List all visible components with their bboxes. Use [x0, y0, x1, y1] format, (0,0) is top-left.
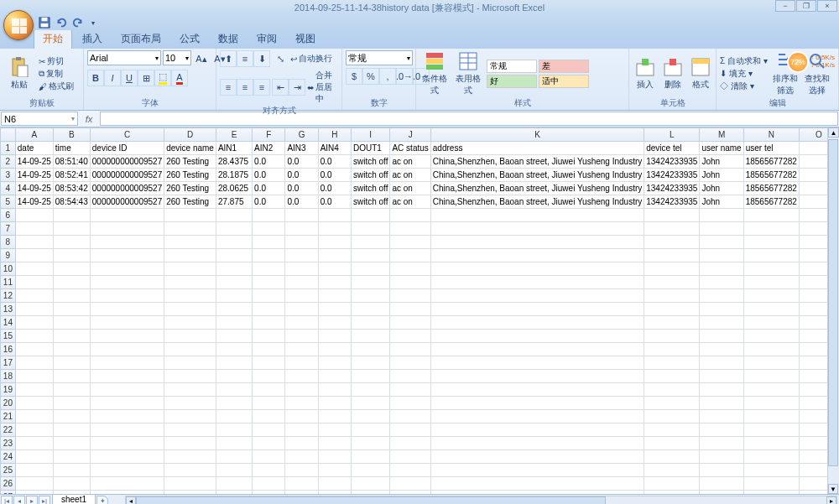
cell[interactable] — [253, 464, 285, 477]
cell[interactable]: 28.1875 — [216, 169, 252, 182]
row-header-6[interactable]: 6 — [1, 209, 16, 222]
qat-customize-dropdown[interactable]: ▾ — [89, 14, 97, 31]
align-bottom-button[interactable]: ⬇ — [253, 50, 270, 67]
cell[interactable] — [285, 477, 318, 491]
sheet-nav-first[interactable]: |◂ — [1, 496, 13, 505]
cell[interactable]: John — [700, 155, 743, 169]
cell[interactable]: DOUT1 — [351, 142, 390, 155]
font-size-combo[interactable]: 10▾ — [163, 50, 191, 65]
cell[interactable] — [351, 276, 390, 289]
col-header-J[interactable]: J — [390, 128, 430, 142]
cell[interactable]: 18565677282 — [743, 155, 799, 169]
cell[interactable]: 13424233935 — [644, 155, 700, 169]
cell[interactable] — [351, 491, 390, 495]
cell[interactable] — [743, 343, 799, 356]
cell[interactable] — [390, 276, 430, 289]
cell[interactable] — [90, 249, 164, 262]
cell[interactable]: 14-09-25 — [15, 195, 53, 209]
cell[interactable] — [644, 356, 700, 370]
col-header-H[interactable]: H — [318, 128, 351, 142]
cell[interactable] — [644, 209, 700, 222]
cell[interactable] — [743, 410, 799, 423]
insert-cells-button[interactable]: 插入 — [633, 51, 657, 96]
row-header-3[interactable]: 3 — [1, 169, 16, 182]
cell[interactable] — [743, 276, 799, 289]
cell[interactable]: address — [430, 142, 644, 155]
cell[interactable] — [216, 437, 252, 450]
cell[interactable] — [351, 356, 390, 370]
cell[interactable] — [216, 356, 252, 370]
cell[interactable] — [216, 370, 252, 383]
cell[interactable] — [700, 464, 743, 477]
cell[interactable] — [216, 343, 252, 356]
cell[interactable] — [53, 464, 90, 477]
cell[interactable] — [644, 276, 700, 289]
cell[interactable] — [743, 370, 799, 383]
fill-button[interactable]: ⬇ 填充 ▾ — [720, 68, 768, 80]
cell[interactable] — [90, 423, 164, 437]
cell[interactable] — [216, 316, 252, 330]
cell[interactable] — [430, 343, 644, 356]
row-header-11[interactable]: 11 — [1, 276, 16, 289]
cell[interactable]: ac on — [390, 182, 430, 195]
cell[interactable] — [253, 383, 285, 397]
cell[interactable] — [53, 477, 90, 491]
cell-style-example-0[interactable]: 常规 — [487, 60, 537, 73]
cell[interactable] — [15, 477, 53, 491]
col-header-K[interactable]: K — [430, 128, 644, 142]
cell[interactable] — [216, 289, 252, 303]
cell[interactable] — [15, 249, 53, 262]
cell[interactable] — [53, 303, 90, 316]
cell[interactable] — [743, 477, 799, 491]
cell[interactable] — [90, 343, 164, 356]
cell[interactable] — [253, 356, 285, 370]
cell[interactable] — [285, 464, 318, 477]
cell[interactable]: 000000000009527 — [90, 155, 164, 169]
ribbon-tab-1[interactable]: 插入 — [74, 29, 111, 49]
cell[interactable] — [644, 491, 700, 495]
cell[interactable] — [53, 423, 90, 437]
cell[interactable] — [700, 491, 743, 495]
row-header-14[interactable]: 14 — [1, 316, 16, 330]
cell[interactable] — [285, 316, 318, 330]
cell[interactable] — [318, 276, 351, 289]
cell[interactable]: John — [700, 182, 743, 195]
cell[interactable] — [253, 236, 285, 249]
row-header-8[interactable]: 8 — [1, 236, 16, 249]
cell[interactable] — [253, 423, 285, 437]
cell[interactable] — [164, 276, 216, 289]
cell[interactable] — [743, 236, 799, 249]
cell[interactable] — [253, 209, 285, 222]
cell[interactable] — [164, 356, 216, 370]
cell[interactable] — [318, 303, 351, 316]
cell[interactable] — [430, 289, 644, 303]
cell[interactable] — [53, 236, 90, 249]
cell[interactable] — [351, 370, 390, 383]
accounting-format-button[interactable]: $ — [346, 68, 362, 85]
cell[interactable]: ac on — [390, 155, 430, 169]
col-header-A[interactable]: A — [15, 128, 53, 142]
cell[interactable] — [390, 437, 430, 450]
cell[interactable] — [285, 450, 318, 464]
cell[interactable] — [390, 477, 430, 491]
cell[interactable] — [390, 209, 430, 222]
cell[interactable]: 28.0625 — [216, 182, 252, 195]
cell[interactable] — [644, 316, 700, 330]
cell[interactable] — [318, 423, 351, 437]
wrap-text-button[interactable]: ↩自动换行 — [290, 53, 332, 65]
cell[interactable] — [216, 450, 252, 464]
cell[interactable] — [743, 423, 799, 437]
cell[interactable] — [318, 356, 351, 370]
format-painter-button[interactable]: 🖌格式刷 — [39, 81, 74, 92]
cell[interactable] — [430, 222, 644, 236]
cell[interactable] — [644, 383, 700, 397]
comma-format-button[interactable]: , — [379, 68, 396, 85]
cell[interactable] — [700, 410, 743, 423]
copy-button[interactable]: ⧉复制 — [39, 68, 74, 80]
col-header-D[interactable]: D — [164, 128, 216, 142]
cell[interactable]: switch off — [351, 195, 390, 209]
cell[interactable] — [644, 450, 700, 464]
cell[interactable] — [90, 477, 164, 491]
cell[interactable] — [390, 450, 430, 464]
cell[interactable] — [164, 343, 216, 356]
